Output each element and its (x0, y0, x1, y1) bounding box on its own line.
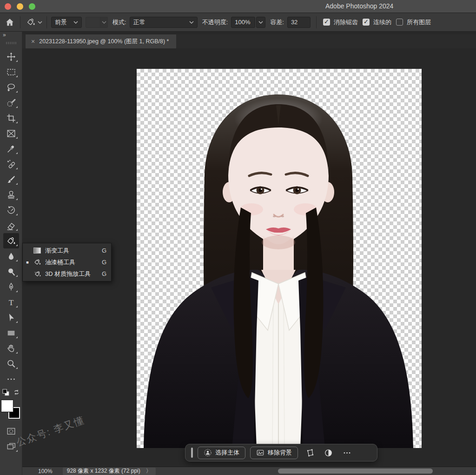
paint-bucket-tool-icon[interactable] (3, 233, 19, 248)
eyedropper-tool-icon[interactable] (3, 141, 19, 156)
zoom-level[interactable]: 100% (38, 468, 53, 475)
remove-background-icon (256, 448, 264, 457)
separator (46, 16, 47, 28)
document-tab[interactable]: × 20231228-113950.jpeg @ 100% (图层 1, RGB… (26, 34, 176, 48)
canvas[interactable] (137, 69, 422, 448)
pattern-chevron-icon (100, 17, 108, 28)
pen-tool-icon[interactable] (3, 279, 19, 294)
home-icon[interactable] (4, 17, 16, 27)
edit-toolbar-icon[interactable] (3, 371, 19, 387)
opacity-dropdown-button[interactable] (256, 17, 265, 28)
screen-mode-icon[interactable] (3, 439, 19, 454)
menu-item-shortcut: G (102, 270, 106, 277)
opacity-field[interactable]: 100% (231, 17, 255, 28)
toolbar-grip[interactable] (6, 42, 16, 44)
menu-item-label: 3D 材质拖放工具 (45, 270, 99, 278)
document-size-field[interactable]: 928 像素 x 1232 像素 (72 ppi) 〉 (63, 468, 156, 475)
tolerance-input[interactable]: 32 (287, 17, 311, 28)
brush-tool-icon[interactable] (3, 172, 19, 187)
svg-text:T: T (8, 297, 13, 307)
anti-alias-label: 消除锯齿 (334, 18, 358, 27)
fill-source-select[interactable]: 前景 (51, 17, 82, 28)
menu-item-label: 渐变工具 (45, 247, 99, 255)
pattern-picker[interactable] (86, 17, 108, 28)
type-tool-icon[interactable]: T (3, 294, 19, 310)
history-brush-tool-icon[interactable] (3, 202, 19, 218)
tool-bar: » (0, 32, 22, 475)
tolerance-label: 容差: (270, 18, 284, 27)
mode-label: 模式: (112, 18, 126, 27)
quick-mask-icon[interactable] (3, 423, 19, 439)
pattern-swatch (86, 17, 100, 28)
separator (20, 16, 20, 28)
remove-background-button[interactable]: 移除背景 (250, 447, 298, 459)
adjustments-icon[interactable] (321, 448, 335, 457)
eraser-tool-icon[interactable] (3, 218, 19, 233)
path-select-tool-icon[interactable] (3, 310, 19, 325)
paint-bucket-tool-icon (33, 258, 42, 266)
paint-bucket-flyout-menu: 渐变工具 G ■ 油漆桶工具 G 3D 材质拖放工具 G (22, 243, 112, 281)
remove-background-label: 移除背景 (268, 448, 292, 457)
clone-stamp-tool-icon[interactable] (3, 187, 19, 202)
portrait-photo (137, 69, 422, 448)
zoom-tool-icon[interactable] (3, 356, 19, 371)
paint-bucket-preset-icon[interactable] (25, 17, 37, 27)
tab-strip: × 20231228-113950.jpeg @ 100% (图层 1, RGB… (22, 34, 476, 48)
transform-selection-icon[interactable] (303, 448, 317, 457)
swap-colors-icon[interactable] (13, 388, 20, 398)
tab-close-icon[interactable]: × (31, 38, 35, 45)
select-subject-button[interactable]: 选择主体 (198, 447, 245, 459)
menu-item-paint-bucket-tool[interactable]: ■ 油漆桶工具 G (23, 256, 111, 268)
title-bar: Adobe Photoshop 2024 (0, 0, 476, 13)
menu-item-shortcut: G (102, 247, 106, 254)
shape-tool-icon[interactable] (3, 325, 19, 341)
marquee-tool-icon[interactable] (3, 64, 19, 80)
preset-chevron-icon[interactable] (38, 21, 42, 24)
dodge-tool-icon[interactable] (3, 264, 19, 279)
frame-tool-icon[interactable] (3, 126, 19, 141)
opacity-label: 不透明度: (202, 18, 228, 27)
current-tool-marker: ■ (26, 260, 29, 265)
crop-tool-icon[interactable] (3, 110, 19, 126)
minimize-window-button[interactable] (17, 3, 23, 10)
healing-brush-tool-icon[interactable] (3, 156, 19, 172)
default-colors-icon[interactable] (2, 388, 10, 398)
menu-item-3d-material-drop-tool[interactable]: 3D 材质拖放工具 G (23, 268, 111, 280)
taskbar-drag-handle[interactable] (191, 448, 193, 458)
options-bar: 前景 模式: 正常 不透明度: 100% 容差: 32 消除锯齿 连续的 所有图… (0, 13, 476, 32)
status-bar: 100% 928 像素 x 1232 像素 (72 ppi) 〉 (22, 467, 476, 475)
menu-item-label: 油漆桶工具 (45, 258, 99, 267)
material-drop-tool-icon (33, 270, 42, 278)
zoom-window-button[interactable] (29, 3, 35, 10)
more-options-icon[interactable] (340, 448, 354, 457)
tolerance-value: 32 (291, 19, 307, 26)
status-chevron-icon[interactable]: 〉 (146, 467, 152, 475)
all-layers-label: 所有图层 (407, 18, 431, 27)
opacity-value: 100% (235, 19, 251, 26)
menu-item-gradient-tool[interactable]: 渐变工具 G (23, 245, 111, 256)
select-subject-label: 选择主体 (215, 448, 239, 457)
gradient-tool-icon (33, 248, 42, 254)
all-layers-checkbox[interactable] (396, 19, 403, 26)
contiguous-checkbox[interactable] (363, 19, 370, 26)
horizontal-scrollbar-thumb[interactable] (278, 468, 433, 474)
toolbar-expand-icon[interactable]: » (0, 32, 22, 40)
hand-tool-icon[interactable] (3, 341, 19, 356)
blur-tool-icon[interactable] (3, 248, 19, 264)
contiguous-label: 连续的 (373, 18, 391, 27)
mode-value: 正常 (133, 18, 186, 27)
app-title: Adobe Photoshop 2024 (325, 2, 393, 10)
select-subject-icon (204, 448, 212, 457)
document-size-value: 928 像素 x 1232 像素 (72 ppi) (67, 467, 140, 475)
document-tab-title: 20231228-113950.jpeg @ 100% (图层 1, RGB/8… (39, 38, 169, 46)
close-window-button[interactable] (5, 3, 11, 10)
anti-alias-checkbox[interactable] (323, 19, 330, 26)
selection-brush-tool-icon[interactable] (3, 95, 19, 110)
move-tool-icon[interactable] (3, 49, 19, 64)
contextual-taskbar: 选择主体 移除背景 (185, 444, 377, 462)
menu-item-shortcut: G (102, 259, 106, 266)
mode-select[interactable]: 正常 (130, 17, 198, 28)
foreground-color-swatch[interactable] (1, 400, 13, 412)
fill-source-value: 前景 (55, 18, 71, 27)
lasso-tool-icon[interactable] (3, 80, 19, 95)
